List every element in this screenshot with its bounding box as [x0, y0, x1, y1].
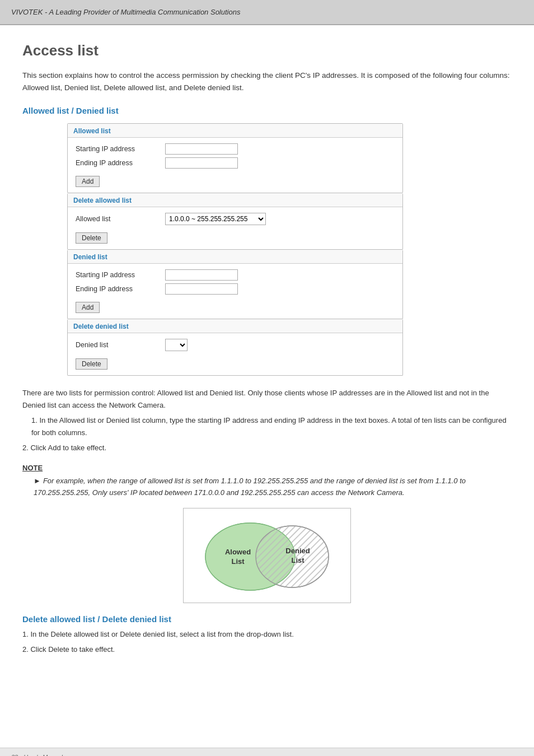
footer-bar: 38 - User's Manual [0, 748, 534, 756]
note-body: For example, when the range of allowed l… [34, 477, 466, 497]
diagram-svg: Alowed List Denied List [189, 512, 345, 599]
allowed-starting-ip-input[interactable] [165, 143, 238, 155]
header-bar: VIVOTEK - A Leading Provider of Multimed… [0, 0, 534, 25]
denied-list-select-label: Denied list [76, 341, 165, 349]
allowed-ending-ip-input[interactable] [165, 157, 238, 169]
denied-list-dropdown[interactable] [165, 339, 188, 351]
delete-denied-title: Delete denied list [68, 319, 402, 333]
denied-ending-ip-row: Ending IP address [76, 283, 395, 295]
denied-add-button[interactable]: Add [76, 302, 100, 313]
delete-allowed-button[interactable]: Delete [76, 232, 107, 244]
section2-heading: Delete allowed list / Delete denied list [22, 614, 512, 624]
allowed-list-panel: Allowed list Starting IP address Ending … [67, 123, 403, 193]
ending-ip-row: Ending IP address [76, 157, 395, 169]
main-content: Access list This section explains how to… [0, 25, 534, 748]
section2-p2: 2. Click Delete to take effect. [22, 643, 512, 655]
allowed-add-button[interactable]: Add [76, 176, 100, 187]
delete-denied-panel: Delete denied list Denied list Delete [67, 319, 403, 376]
body-text-p1: There are two lists for permission contr… [22, 387, 512, 411]
denied-starting-ip-label: Starting IP address [76, 271, 165, 279]
denied-list-select-row: Denied list [76, 339, 395, 351]
header-title: VIVOTEK - A Leading Provider of Multimed… [11, 8, 240, 16]
allowed-list-select-label: Allowed list [76, 215, 165, 223]
denied-starting-ip-row: Starting IP address [76, 269, 395, 281]
denied-ending-ip-input[interactable] [165, 283, 238, 295]
section2-p1: 1. In the Delete allowed list or Delete … [22, 628, 512, 640]
svg-text:List: List [291, 556, 305, 564]
denied-list-body: Starting IP address Ending IP address Ad… [68, 264, 402, 319]
note-text: ►For example, when the range of allowed … [34, 475, 512, 499]
delete-allowed-title: Delete allowed list [68, 193, 402, 207]
allowed-list-select-row: Allowed list 1.0.0.0 ~ 255.255.255.255 [76, 213, 395, 225]
diagram-box: Alowed List Denied List [183, 508, 351, 603]
svg-text:Denied: Denied [285, 547, 310, 555]
body-text-p2: 1. In the Allowed list or Denied list co… [22, 414, 512, 438]
denied-list-title: Denied list [68, 250, 402, 264]
denied-starting-ip-input[interactable] [165, 269, 238, 281]
note-section: NOTE ►For example, when the range of all… [22, 464, 512, 499]
starting-ip-row: Starting IP address [76, 143, 395, 155]
note-arrow-icon: ► [34, 477, 41, 485]
note-title: NOTE [22, 464, 512, 472]
delete-denied-button[interactable]: Delete [76, 358, 107, 370]
diagram-container: Alowed List Denied List [22, 508, 512, 603]
allowed-list-title: Allowed list [68, 124, 402, 138]
delete-allowed-body: Allowed list 1.0.0.0 ~ 255.255.255.255 D… [68, 207, 402, 249]
intro-text: This section explains how to control the… [22, 69, 512, 94]
delete-allowed-panel: Delete allowed list Allowed list 1.0.0.0… [67, 193, 403, 250]
section1-heading: Allowed list / Denied list [22, 106, 512, 115]
svg-text:Alowed: Alowed [225, 548, 251, 556]
allowed-list-body: Starting IP address Ending IP address Ad… [68, 138, 402, 193]
page-title: Access list [22, 42, 512, 59]
panels-container: Allowed list Starting IP address Ending … [67, 123, 403, 376]
delete-denied-body: Denied list Delete [68, 333, 402, 375]
footer-text: 38 - User's Manual [11, 754, 63, 756]
body-text-p3: 2. Click Add to take effect. [22, 442, 512, 454]
svg-text:List: List [231, 557, 245, 566]
ending-ip-label: Ending IP address [76, 159, 165, 167]
starting-ip-label: Starting IP address [76, 145, 165, 153]
denied-list-panel: Denied list Starting IP address Ending I… [67, 250, 403, 319]
allowed-list-dropdown[interactable]: 1.0.0.0 ~ 255.255.255.255 [165, 213, 266, 225]
denied-ending-ip-label: Ending IP address [76, 285, 165, 293]
